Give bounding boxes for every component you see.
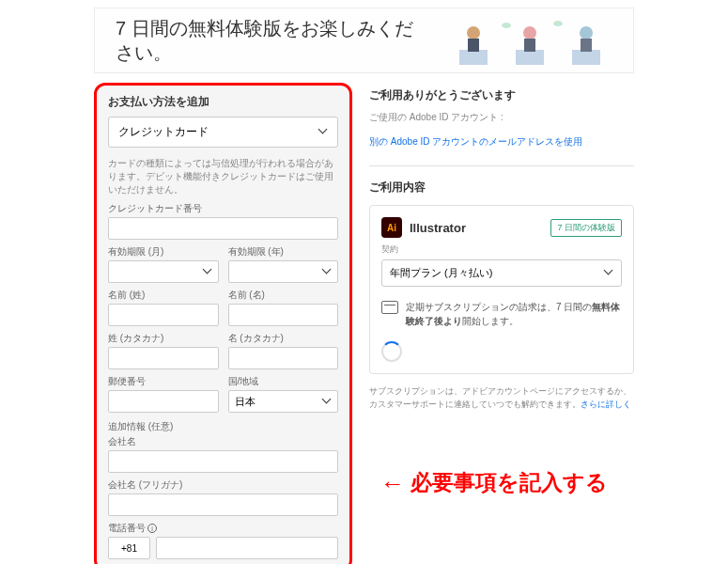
payment-form-panel: お支払い方法を追加 クレジットカード カードの種類によっては与信処理が行われる場… (94, 83, 352, 564)
banner-text: 7 日間の無料体験版をお楽しみください。 (116, 16, 426, 65)
optional-heading: 追加情報 (任意) (108, 420, 338, 433)
plan-value: 年間プラン (月々払い) (390, 266, 492, 280)
trial-badge: 7 日間の体験版 (550, 219, 622, 237)
svg-point-5 (580, 26, 593, 39)
company-kana-input[interactable] (108, 494, 338, 516)
trial-banner: 7 日間の無料体験版をお楽しみください。 (94, 8, 634, 73)
illustrator-icon: Ai (381, 217, 402, 238)
contract-label: 契約 (381, 243, 622, 256)
svg-point-3 (467, 26, 480, 39)
divider (369, 165, 634, 166)
thanks-heading: ご利用ありがとうございます (369, 87, 634, 103)
svg-point-4 (523, 26, 536, 39)
last-name-label: 名前 (姓) (108, 289, 219, 302)
subscription-note: 定期サブスクリプションの請求は、7 日間の無料体験終了後より開始します。 (406, 300, 622, 328)
country-value: 日本 (235, 395, 256, 409)
card-disclaimer: カードの種類によっては与信処理が行われる場合があります。デビット機能付きクレジッ… (108, 157, 338, 196)
annotation-text: 必要事項を記入する (410, 468, 608, 497)
first-name-input[interactable] (228, 304, 339, 326)
company-kana-label: 会社名 (フリガナ) (108, 478, 338, 492)
phone-input[interactable] (156, 537, 338, 559)
account-label: ご使用の Adobe ID アカウント : (369, 111, 634, 124)
svg-point-10 (553, 21, 563, 26)
svg-rect-0 (459, 50, 488, 65)
phone-prefix[interactable]: +81 (108, 537, 150, 559)
postal-input[interactable] (108, 390, 219, 413)
arrow-left-icon: ← (380, 471, 405, 495)
svg-rect-1 (516, 50, 544, 65)
expiry-year-select[interactable] (228, 260, 339, 283)
country-select[interactable]: 日本 (228, 390, 339, 413)
svg-rect-7 (524, 39, 535, 52)
svg-rect-6 (468, 39, 479, 52)
svg-point-9 (502, 23, 511, 28)
payment-type-select[interactable]: クレジットカード (108, 117, 338, 148)
info-icon: i (147, 524, 157, 533)
last-name-input[interactable] (108, 304, 219, 326)
calendar-icon (381, 301, 398, 314)
annotation: ← 必要事項を記入する (380, 468, 608, 497)
expiry-month-select[interactable] (108, 260, 219, 283)
first-name-kana-input[interactable] (228, 347, 339, 369)
phone-label: 電話番号i (108, 522, 338, 535)
chevron-down-icon (323, 268, 332, 276)
product-name: Illustrator (410, 221, 466, 235)
other-account-link[interactable]: 別の Adobe ID アカウントのメールアドレスを使用 (369, 135, 634, 149)
expiry-month-label: 有効期限 (月) (108, 245, 219, 258)
first-name-label: 名前 (名) (228, 289, 339, 302)
last-name-kana-input[interactable] (108, 347, 219, 369)
product-card: Ai Illustrator 7 日間の体験版 契約 年間プラン (月々払い) … (369, 205, 634, 374)
card-number-label: クレジットカード番号 (108, 202, 338, 215)
banner-illustration (450, 14, 619, 69)
chevron-down-icon (204, 268, 212, 276)
chevron-down-icon (323, 398, 332, 406)
payment-type-value: クレジットカード (118, 124, 209, 140)
country-label: 国/地域 (228, 375, 339, 388)
first-name-kana-label: 名 (カタカナ) (228, 332, 339, 345)
last-name-kana-label: 姓 (カタカナ) (108, 332, 219, 345)
svg-rect-2 (572, 50, 600, 65)
footer-note: サブスクリプションは、アドビアカウントページにアクセスするか、カスタマーサポート… (369, 385, 634, 411)
chevron-down-icon (319, 128, 328, 136)
company-input[interactable] (108, 450, 338, 473)
plan-select[interactable]: 年間プラン (月々払い) (381, 259, 622, 287)
expiry-year-label: 有効期限 (年) (228, 245, 339, 258)
chevron-down-icon (605, 269, 613, 277)
svg-rect-8 (581, 39, 592, 52)
card-number-input[interactable] (108, 217, 338, 240)
usage-heading: ご利用内容 (369, 180, 634, 196)
loading-spinner (381, 341, 402, 362)
learn-more-link[interactable]: さらに詳しく (581, 400, 631, 409)
company-label: 会社名 (108, 435, 338, 448)
payment-heading: お支払い方法を追加 (108, 95, 338, 109)
postal-label: 郵便番号 (108, 375, 219, 388)
